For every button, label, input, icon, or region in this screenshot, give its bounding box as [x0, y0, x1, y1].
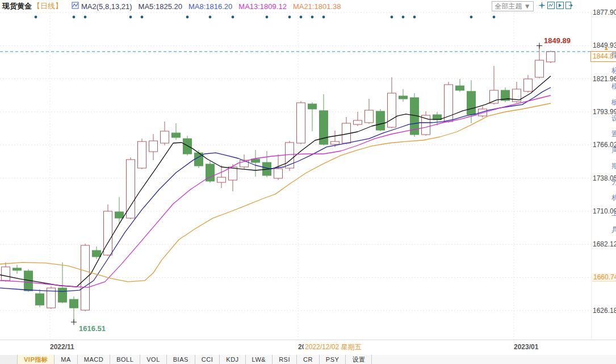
candle-body: [127, 160, 135, 218]
tab-VOL[interactable]: VOL: [140, 355, 167, 364]
event-dot[interactable]: [84, 16, 87, 19]
event-dot[interactable]: [402, 16, 405, 19]
edge-strip-glyph: 周: [611, 142, 616, 158]
tab-BOLL[interactable]: BOLL: [110, 355, 140, 364]
candlestick-chart[interactable]: 1849.891616.51: [0, 0, 616, 340]
tab-LW&[interactable]: LW&: [246, 355, 273, 364]
indicator-tab-bar: VIP指标MAMACDBOLLVOLBIASCCIKDJLW&RSICRPSY设…: [0, 355, 616, 364]
event-dot[interactable]: [470, 16, 473, 19]
candle-body: [467, 91, 476, 115]
low-price-annotation: 1616.51: [79, 324, 106, 333]
event-dot[interactable]: [322, 16, 325, 19]
tab-BIAS[interactable]: BIAS: [167, 355, 195, 364]
edge-strip-glyph: 工: [611, 206, 616, 221]
candle-body: [376, 111, 385, 130]
event-dot[interactable]: [391, 16, 393, 19]
edge-strip-glyph: 期: [611, 158, 616, 174]
tab-CCI[interactable]: CCI: [195, 355, 220, 364]
tab-KDJ[interactable]: KDJ: [220, 355, 245, 364]
candle-body: [13, 268, 22, 270]
ma-value-label: MA21:1801.38: [293, 2, 341, 11]
ma-value-label: MA8:1816.20: [188, 2, 232, 11]
ma-value-label: MA13:1809.12: [238, 2, 287, 11]
candle-body: [58, 288, 67, 302]
candle-body: [36, 294, 44, 305]
candle-body: [547, 52, 555, 62]
candle-body: [115, 212, 124, 218]
symbol-name: 现货黄金: [2, 1, 32, 11]
candle-body: [229, 167, 237, 180]
candle-body: [524, 79, 533, 91]
candle-body: [2, 267, 10, 281]
candle-body: [286, 143, 294, 168]
event-dot[interactable]: [311, 16, 314, 19]
candle-body: [172, 133, 181, 137]
chart-panel-icon[interactable]: [547, 1, 555, 10]
period-label: 【日线】: [33, 1, 62, 11]
candle-body: [354, 120, 362, 124]
candle-body: [93, 250, 101, 257]
event-dot[interactable]: [266, 16, 269, 19]
candle-body: [274, 169, 283, 178]
tab-设置[interactable]: 设置: [346, 355, 372, 364]
tab-bar-spacer: [0, 355, 18, 364]
edge-strip-glyph: 标: [611, 62, 616, 78]
candle-body: [388, 93, 396, 127]
event-dot[interactable]: [73, 16, 76, 19]
candle-body: [535, 60, 544, 77]
tab-PSY[interactable]: PSY: [320, 355, 346, 364]
price-up-arrow-icon: ▲: [604, 45, 609, 51]
edge-strip-glyph: 析: [611, 190, 616, 206]
theme-dropdown[interactable]: 全部主题 ▼: [492, 1, 534, 11]
event-dot[interactable]: [35, 16, 37, 19]
event-dot[interactable]: [288, 16, 291, 19]
edge-strip-glyph: 具: [611, 221, 616, 237]
ma-settings-label[interactable]: MA2(5,8,13,21): [81, 2, 132, 11]
candle-body: [331, 141, 340, 144]
edge-strip-glyph: 板: [611, 94, 616, 110]
event-dot[interactable]: [232, 16, 234, 19]
edge-strip-glyph: 分: [611, 174, 616, 190]
crosshair-move-icon[interactable]: [538, 1, 546, 10]
event-dot[interactable]: [141, 16, 144, 19]
event-dot[interactable]: [493, 16, 496, 19]
edge-strip-glyph: 指: [611, 47, 616, 62]
next-panel-icon[interactable]: [556, 1, 564, 10]
candle-body: [399, 96, 408, 99]
candle-body: [183, 139, 192, 154]
tab-MA[interactable]: MA: [55, 355, 78, 364]
candle-body: [297, 103, 305, 143]
tab-CR[interactable]: CR: [297, 355, 320, 364]
event-dot[interactable]: [129, 16, 132, 19]
ma-value-label: MA5:1825.20: [139, 2, 182, 11]
candle-body: [81, 245, 90, 310]
candle-body: [138, 141, 146, 168]
time-axis: 2022/112022/122023/012022/12/02 星期五: [0, 340, 616, 355]
price-axis-label: 1682.12: [593, 240, 616, 248]
tab-MACD[interactable]: MACD: [78, 355, 110, 364]
event-dot[interactable]: [413, 16, 416, 19]
ma-values: MA5:1825.20MA8:1816.20MA13:1809.12MA21:1…: [132, 2, 341, 11]
right-edge-clipped-panel[interactable]: 指标模板设置周期分析工具: [611, 47, 616, 237]
trading-app-window: 1849.891616.51 现货黄金 【日线】 MA2(5,8,13,21) …: [0, 0, 616, 364]
candle-body: [365, 110, 374, 123]
candle-body: [161, 131, 169, 143]
time-axis-label: 2023/01: [514, 343, 538, 351]
edge-strip-glyph: 置: [611, 126, 616, 142]
high-price-annotation: 1849.89: [544, 36, 571, 45]
crosshair-date-label: 2022/12/02 星期五: [304, 342, 362, 352]
event-dot[interactable]: [300, 16, 303, 19]
edge-strip-glyph: 模: [611, 78, 616, 94]
special-price-label: 1660.74: [592, 273, 616, 282]
candle-body: [149, 141, 158, 152]
price-axis-label: 1877.90: [593, 9, 616, 16]
tab-RSI[interactable]: RSI: [273, 355, 297, 364]
candle-body: [456, 86, 464, 90]
candle-body: [70, 299, 78, 308]
time-axis-label: 2022/11: [50, 343, 74, 351]
tab-VIP指标[interactable]: VIP指标: [18, 355, 55, 364]
edge-strip-glyph: 设: [611, 110, 616, 126]
expand-panel-icon[interactable]: [565, 1, 573, 10]
event-dot[interactable]: [209, 16, 212, 19]
event-dot[interactable]: [186, 16, 189, 19]
